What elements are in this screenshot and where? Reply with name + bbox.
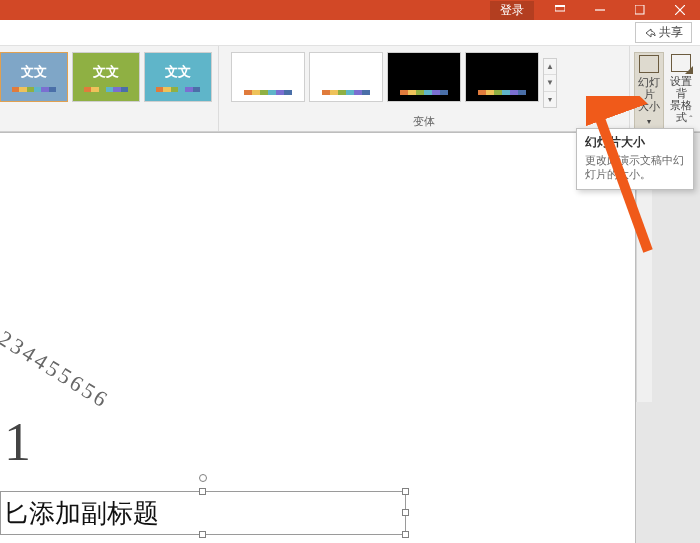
variant-text: 文文 <box>165 63 191 81</box>
variant-thumb-1[interactable]: 文文 <box>0 52 68 102</box>
theme-thumb-light-2[interactable] <box>309 52 383 102</box>
subtitle-placeholder[interactable]: 匕添加副标题 <box>0 491 406 535</box>
share-button[interactable]: 共享 <box>635 22 692 43</box>
share-bar: 共享 <box>0 20 700 46</box>
slide-size-button[interactable]: 幻灯片 大小 ▾ <box>634 52 664 131</box>
maximize-button[interactable] <box>620 0 660 20</box>
variants-section: ▲ ▼ ▾ 变体 <box>219 46 630 131</box>
gallery-scroll-up[interactable]: ▲ <box>544 59 556 75</box>
canvas-area: 1234455656 1 匕添加副标题 ▲ <box>0 132 700 543</box>
resize-handle[interactable] <box>199 488 206 495</box>
theme-thumb-dark-2[interactable] <box>465 52 539 102</box>
minimize-icon <box>595 5 605 15</box>
variant-color-gallery: 文文 文文 文文 <box>0 46 218 104</box>
theme-thumb-dark-1[interactable] <box>387 52 461 102</box>
share-label: 共享 <box>659 24 683 41</box>
watermark-text: 1234455656 <box>0 318 114 414</box>
canvas-gutter <box>652 132 700 543</box>
resize-handle[interactable] <box>402 488 409 495</box>
maximize-icon <box>635 5 645 15</box>
color-strip-icon <box>244 90 292 95</box>
color-strip-icon <box>84 87 128 92</box>
slide-size-tooltip: 幻灯片大小 更改此演示文稿中幻灯片的大小。 <box>576 128 694 190</box>
ribbon-options-icon <box>555 5 565 15</box>
svg-rect-1 <box>555 5 565 7</box>
ribbon-options-button[interactable] <box>540 0 580 20</box>
variant-thumb-2[interactable]: 文文 <box>72 52 140 102</box>
gallery-scroll-down[interactable]: ▼ <box>544 75 556 91</box>
color-strip-icon <box>478 90 526 95</box>
subtitle-text: 匕添加副标题 <box>1 496 159 531</box>
color-strip-icon <box>322 90 370 95</box>
slide[interactable]: 1234455656 1 匕添加副标题 <box>0 132 636 543</box>
share-icon <box>644 27 656 39</box>
chevron-down-icon: ▾ <box>647 117 651 126</box>
close-button[interactable] <box>660 0 700 20</box>
tooltip-desc: 更改此演示文稿中幻灯片的大小。 <box>585 153 685 181</box>
variant-thumb-3[interactable]: 文文 <box>144 52 212 102</box>
svg-rect-3 <box>635 5 644 14</box>
variant-text: 文文 <box>21 63 47 81</box>
big-number: 1 <box>4 411 31 473</box>
minimize-button[interactable] <box>580 0 620 20</box>
collapse-ribbon-button[interactable]: ˆ <box>684 115 698 129</box>
theme-gallery: ▲ ▼ ▾ <box>219 46 629 110</box>
title-bar: 登录 <box>0 0 700 20</box>
gallery-scroll: ▲ ▼ ▾ <box>543 58 557 108</box>
resize-handle[interactable] <box>199 531 206 538</box>
color-strip-icon <box>12 87 56 92</box>
gallery-expand[interactable]: ▾ <box>544 92 556 107</box>
rotate-handle[interactable] <box>199 474 207 482</box>
section-label-variants: 变体 <box>219 110 629 131</box>
ribbon: 文文 文文 文文 <box>0 46 700 132</box>
resize-handle[interactable] <box>402 509 409 516</box>
theme-thumb-light-1[interactable] <box>231 52 305 102</box>
variant-color-section: 文文 文文 文文 <box>0 46 219 131</box>
color-strip-icon <box>400 90 448 95</box>
color-strip-icon <box>156 87 200 92</box>
variant-text: 文文 <box>93 63 119 81</box>
format-background-icon <box>671 54 691 72</box>
tooltip-title: 幻灯片大小 <box>585 135 685 150</box>
resize-handle[interactable] <box>402 531 409 538</box>
signin-button[interactable]: 登录 <box>490 1 534 20</box>
slide-size-label: 幻灯片 大小 ▾ <box>637 76 661 128</box>
slide-size-icon <box>639 55 659 73</box>
close-icon <box>675 5 685 15</box>
